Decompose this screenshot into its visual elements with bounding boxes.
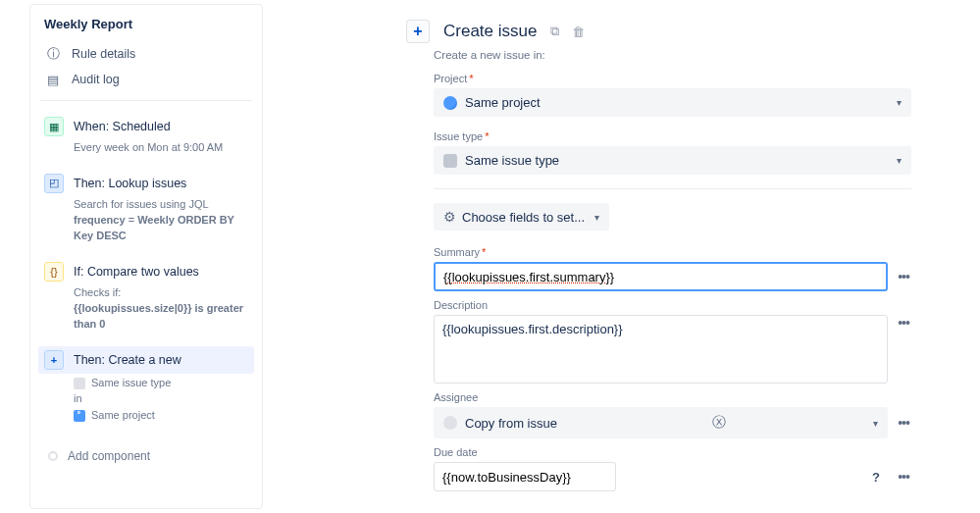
- more-icon[interactable]: •••: [896, 315, 911, 331]
- due-date-input[interactable]: [434, 462, 616, 491]
- log-icon: ▤: [44, 71, 62, 88]
- person-icon: [443, 416, 457, 430]
- audit-log-link[interactable]: ▤ Audit log: [38, 67, 254, 92]
- issue-type-label: Issue type*: [434, 130, 911, 142]
- summary-label: Summary*: [434, 246, 911, 258]
- project-icon: [74, 410, 85, 422]
- gear-icon: ⚙: [443, 209, 456, 225]
- divider: [434, 188, 911, 189]
- trash-icon[interactable]: 🗑: [570, 24, 586, 39]
- step-title: Then: Lookup issues: [74, 177, 186, 190]
- issue-type-select[interactable]: Same issue type ▾: [434, 146, 911, 175]
- step-sub: Every week on Mon at 9:00 AM: [38, 140, 254, 162]
- chevron-down-icon: ▾: [897, 97, 902, 108]
- add-component-label: Add component: [68, 449, 150, 463]
- step-sub: Same issue type in Same project: [38, 374, 254, 431]
- globe-icon: [443, 96, 457, 110]
- panel-subtitle: Create a new issue in:: [434, 49, 951, 61]
- issue-type-value: Same issue type: [465, 153, 559, 168]
- chevron-down-icon: ▾: [873, 418, 878, 429]
- description-label: Description: [434, 299, 911, 311]
- audit-log-label: Audit log: [72, 73, 120, 86]
- step-title: If: Compare two values: [74, 265, 199, 279]
- assignee-select[interactable]: Copy from issue ⓧ ▾: [434, 407, 888, 438]
- rule-sidebar: Weekly Report ⓘ Rule details ▤ Audit log…: [29, 4, 263, 509]
- braces-icon: {}: [44, 262, 64, 282]
- project-value: Same project: [465, 95, 541, 110]
- sidebar-title: Weekly Report: [38, 13, 254, 41]
- chevron-down-icon: ▾: [594, 212, 599, 223]
- divider: [40, 100, 252, 101]
- rule-details-link[interactable]: ⓘ Rule details: [38, 41, 254, 67]
- add-step-button[interactable]: +: [406, 20, 430, 43]
- issuetype-icon: [443, 154, 457, 168]
- add-component-link[interactable]: Add component: [38, 434, 254, 467]
- project-label: Project*: [434, 73, 911, 84]
- required-mark: *: [485, 130, 489, 142]
- panel-title: Create issue: [443, 22, 537, 41]
- choose-fields-label: Choose fields to set...: [462, 210, 585, 225]
- more-icon[interactable]: •••: [896, 269, 911, 284]
- more-icon[interactable]: •••: [896, 469, 911, 485]
- required-mark: *: [482, 246, 486, 258]
- calendar-icon: ▦: [44, 117, 64, 136]
- rule-details-label: Rule details: [72, 47, 135, 61]
- step-title: When: Scheduled: [74, 120, 171, 133]
- issuetype-icon: [74, 378, 85, 389]
- project-select[interactable]: Same project ▾: [434, 88, 911, 117]
- due-date-label: Due date: [434, 446, 911, 458]
- chevron-down-icon: ▾: [897, 155, 902, 166]
- detail-panel: + Create issue ⧉ 🗑 Create a new issue in…: [286, 4, 974, 509]
- clear-icon[interactable]: ⓧ: [708, 414, 730, 432]
- step-title: Then: Create a new: [74, 353, 181, 367]
- choose-fields-button[interactable]: ⚙ Choose fields to set... ▾: [434, 203, 609, 231]
- add-circle-icon: [48, 451, 58, 461]
- assignee-label: Assignee: [434, 391, 911, 403]
- search-icon: ◰: [44, 174, 64, 193]
- step-lookup[interactable]: ◰ Then: Lookup issues Search for issues …: [38, 166, 254, 254]
- step-compare[interactable]: {} If: Compare two values Checks if: {{l…: [38, 254, 254, 342]
- help-icon[interactable]: ?: [872, 470, 880, 485]
- step-sub: Search for issues using JQL frequency = …: [38, 197, 254, 250]
- more-icon[interactable]: •••: [896, 415, 911, 431]
- copy-icon[interactable]: ⧉: [546, 24, 562, 39]
- info-icon: ⓘ: [44, 45, 62, 63]
- step-sub: Checks if: {{lookupissues.size|0}} is gr…: [38, 285, 254, 338]
- assignee-value: Copy from issue: [465, 416, 557, 431]
- required-mark: *: [469, 73, 473, 84]
- step-create[interactable]: + Then: Create a new Same issue type in …: [38, 342, 254, 435]
- summary-input[interactable]: [434, 262, 888, 291]
- step-scheduled[interactable]: ▦ When: Scheduled Every week on Mon at 9…: [38, 109, 254, 166]
- description-input[interactable]: {{lookupissues.first.description}}: [434, 315, 888, 384]
- plus-icon: +: [44, 350, 64, 370]
